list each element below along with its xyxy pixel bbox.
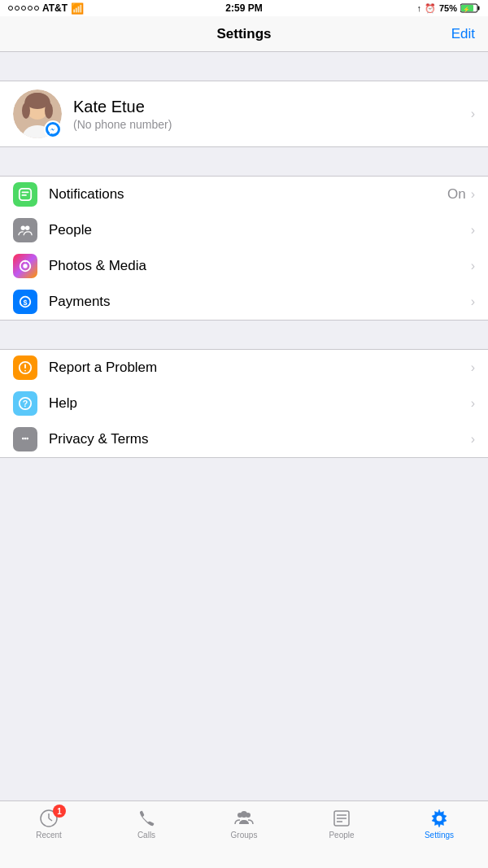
photos-row[interactable]: Photos & Media › bbox=[0, 248, 488, 284]
payments-label: Payments bbox=[49, 294, 471, 310]
messenger-icon bbox=[48, 124, 58, 134]
svg-point-34 bbox=[241, 811, 247, 818]
profile-row[interactable]: Kate Etue (No phone number) › bbox=[0, 81, 488, 146]
svg-point-40 bbox=[437, 816, 442, 822]
battery-label: 75% bbox=[439, 3, 457, 13]
svg-point-27 bbox=[24, 438, 27, 440]
photos-icon bbox=[18, 259, 33, 273]
profile-section: Kate Etue (No phone number) › bbox=[0, 81, 488, 147]
help-chevron: › bbox=[471, 396, 475, 411]
payments-row[interactable]: $ Payments › bbox=[0, 284, 488, 320]
section-gap-2 bbox=[0, 321, 488, 349]
carrier-label: AT&T bbox=[42, 2, 68, 14]
report-row[interactable]: Report a Problem › bbox=[0, 350, 488, 386]
alarm-icon: ⏰ bbox=[425, 3, 436, 14]
profile-info: Kate Etue (No phone number) bbox=[73, 98, 471, 131]
svg-point-15 bbox=[25, 226, 29, 230]
recent-label: Recent bbox=[36, 831, 62, 840]
help-label: Help bbox=[49, 395, 471, 412]
svg-rect-22 bbox=[24, 364, 26, 369]
privacy-icon-wrap bbox=[13, 427, 37, 451]
edit-button[interactable]: Edit bbox=[451, 26, 475, 42]
svg-point-10 bbox=[45, 103, 53, 119]
calls-icon-wrap bbox=[136, 808, 157, 829]
photos-label: Photos & Media bbox=[49, 258, 471, 274]
svg-point-9 bbox=[22, 103, 30, 119]
svg-text:?: ? bbox=[23, 399, 28, 408]
calls-icon bbox=[136, 808, 157, 829]
people-chevron: › bbox=[471, 223, 475, 238]
photos-icon-wrap bbox=[13, 254, 37, 278]
privacy-icon bbox=[18, 432, 33, 447]
profile-name: Kate Etue bbox=[73, 98, 471, 116]
payments-icon: $ bbox=[18, 294, 33, 309]
people-row[interactable]: People › bbox=[0, 212, 488, 248]
payments-icon-wrap: $ bbox=[13, 290, 37, 314]
svg-point-28 bbox=[26, 438, 28, 440]
payments-chevron: › bbox=[471, 294, 475, 309]
tab-bar: 1 Recent Calls Groups bbox=[0, 800, 488, 868]
main-settings-section: Notifications On › People › bbox=[0, 176, 488, 321]
people-icon bbox=[18, 223, 33, 238]
svg-point-26 bbox=[22, 438, 24, 440]
help-icon: ? bbox=[18, 396, 33, 411]
notifications-row[interactable]: Notifications On › bbox=[0, 177, 488, 212]
report-label: Report a Problem bbox=[49, 360, 471, 376]
notifications-chevron: › bbox=[471, 187, 475, 202]
notifications-value: On bbox=[447, 186, 466, 203]
battery-icon: ⚡ bbox=[460, 3, 480, 13]
tab-settings[interactable]: Settings bbox=[390, 808, 488, 840]
notifications-label: Notifications bbox=[49, 186, 447, 203]
nav-bar: Settings Edit bbox=[0, 16, 488, 52]
status-left: AT&T 📶 bbox=[8, 2, 84, 15]
settings-tab-label: Settings bbox=[425, 831, 454, 840]
svg-point-14 bbox=[21, 226, 25, 230]
messenger-badge bbox=[44, 120, 62, 138]
wifi-icon: 📶 bbox=[71, 2, 84, 15]
svg-rect-13 bbox=[22, 194, 27, 196]
svg-point-23 bbox=[24, 370, 26, 372]
svg-text:$: $ bbox=[23, 299, 27, 307]
bottom-gap bbox=[0, 458, 488, 474]
section-gap-1 bbox=[0, 147, 488, 176]
people-icon-wrap bbox=[13, 218, 37, 242]
signal-icon bbox=[8, 6, 39, 11]
svg-line-31 bbox=[49, 818, 52, 821]
avatar-wrap bbox=[13, 89, 62, 138]
svg-rect-18 bbox=[24, 260, 26, 263]
people-tab-icon bbox=[331, 808, 352, 829]
support-section: Report a Problem › ? Help › bbox=[0, 349, 488, 458]
help-row[interactable]: ? Help › bbox=[0, 386, 488, 421]
report-icon bbox=[18, 360, 33, 375]
settings-tab-icon bbox=[429, 808, 450, 829]
tab-people[interactable]: People bbox=[293, 808, 390, 840]
people-label: People bbox=[49, 222, 471, 238]
nav-title: Settings bbox=[216, 26, 271, 42]
groups-label: Groups bbox=[231, 831, 258, 840]
location-icon: ↑ bbox=[416, 3, 421, 13]
settings-icon-wrap bbox=[429, 808, 450, 829]
tab-calls[interactable]: Calls bbox=[98, 808, 195, 840]
groups-icon-wrap bbox=[233, 808, 255, 829]
recent-icon-wrap: 1 bbox=[38, 808, 59, 829]
groups-icon bbox=[233, 808, 255, 829]
svg-rect-1 bbox=[478, 7, 480, 11]
notifications-icon-wrap bbox=[13, 182, 37, 207]
help-icon-wrap: ? bbox=[13, 391, 37, 416]
privacy-label: Privacy & Terms bbox=[49, 431, 471, 447]
status-time: 2:59 PM bbox=[225, 2, 262, 14]
notifications-icon bbox=[18, 187, 33, 202]
privacy-chevron: › bbox=[471, 432, 475, 447]
report-icon-wrap bbox=[13, 355, 37, 380]
photos-chevron: › bbox=[471, 259, 475, 273]
tab-recent[interactable]: 1 Recent bbox=[0, 808, 98, 840]
recent-badge: 1 bbox=[53, 805, 66, 818]
tab-groups[interactable]: Groups bbox=[195, 808, 293, 840]
svg-text:⚡: ⚡ bbox=[463, 6, 470, 13]
privacy-row[interactable]: Privacy & Terms › bbox=[0, 421, 488, 457]
report-chevron: › bbox=[471, 360, 475, 375]
people-tab-icon-wrap bbox=[331, 808, 352, 829]
calls-label: Calls bbox=[137, 831, 155, 840]
profile-chevron: › bbox=[471, 107, 475, 121]
main-content: AT&T 📶 2:59 PM ↑ ⏰ 75% ⚡ Settings Edit bbox=[0, 0, 488, 542]
